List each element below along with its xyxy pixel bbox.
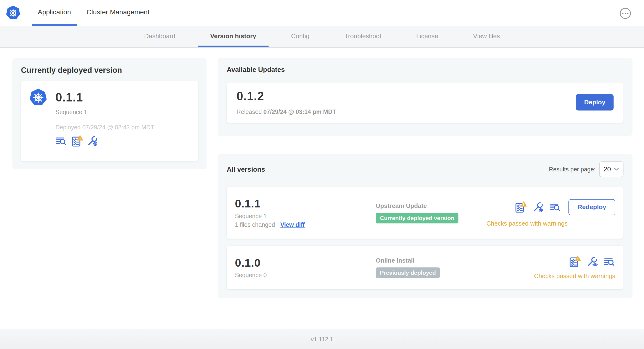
deployed-sequence: Sequence 1 bbox=[56, 109, 190, 116]
results-per-page-label: Results per page: bbox=[549, 166, 596, 172]
row-sequence: Sequence 1 bbox=[235, 213, 376, 220]
version-row: 0.1.1 Sequence 1 1 files changed View di… bbox=[227, 187, 624, 239]
update-row: 0.1.2 Released 07/29/24 @ 03:14 pm MDT D… bbox=[227, 82, 624, 123]
status-badge: Currently deployed version bbox=[376, 213, 458, 224]
config-view-icon[interactable] bbox=[586, 256, 598, 267]
overflow-menu-button[interactable] bbox=[620, 8, 631, 19]
right-column: Available Updates 0.1.2 Released 07/29/2… bbox=[218, 58, 632, 298]
config-gear-icon[interactable] bbox=[87, 135, 98, 146]
app-subnav: Dashboard Version history Config Trouble… bbox=[0, 26, 644, 48]
all-versions-title: All versions bbox=[227, 166, 265, 173]
preflight-warning-icon[interactable] bbox=[514, 201, 527, 213]
currently-deployed-title: Currently deployed version bbox=[21, 66, 198, 75]
subtab-license[interactable]: License bbox=[404, 26, 450, 47]
preflight-status-text: Checks passed with warnings bbox=[486, 220, 568, 226]
subtab-dashboard[interactable]: Dashboard bbox=[132, 26, 188, 47]
kubernetes-logo[interactable] bbox=[6, 5, 20, 20]
subtab-view-files[interactable]: View files bbox=[461, 26, 512, 47]
version-row: 0.1.0 Sequence 0 Online Install Previous… bbox=[227, 246, 624, 289]
preflight-warning-icon[interactable] bbox=[568, 256, 581, 268]
admin-console-page: Application Cluster Management Dashboard… bbox=[0, 0, 644, 349]
logs-icon[interactable] bbox=[604, 256, 615, 267]
subtab-config[interactable]: Config bbox=[279, 26, 322, 47]
deployed-timestamp: Deployed 07/29/24 @ 02:43 pm MDT bbox=[56, 124, 190, 131]
update-released-line: Released 07/29/24 @ 03:14 pm MDT bbox=[236, 108, 576, 115]
row-sequence: Sequence 0 bbox=[235, 272, 376, 278]
results-per-page: Results per page: 20 bbox=[549, 161, 624, 177]
console-version: v1.112.1 bbox=[311, 336, 333, 342]
all-versions-card: All versions Results per page: 20 0.1.1 … bbox=[218, 154, 632, 298]
deployed-version-card: 0.1.1 Sequence 1 Deployed 07/29/24 @ 02:… bbox=[21, 81, 198, 161]
version-source: Online Install bbox=[376, 256, 534, 264]
app-kubernetes-icon bbox=[29, 88, 47, 106]
status-badge: Previously deployed bbox=[376, 267, 440, 278]
available-updates-title: Available Updates bbox=[227, 66, 624, 74]
row-version-number: 0.1.1 bbox=[235, 198, 376, 210]
available-updates-card: Available Updates 0.1.2 Released 07/29/2… bbox=[218, 58, 632, 136]
row-version-number: 0.1.0 bbox=[235, 256, 376, 269]
results-per-page-select[interactable]: 20 bbox=[599, 161, 624, 177]
subtab-version-history[interactable]: Version history bbox=[198, 26, 268, 47]
subtab-troubleshoot[interactable]: Troubleshoot bbox=[332, 26, 394, 47]
top-nav: Application Cluster Management bbox=[32, 0, 155, 26]
ellipsis-icon bbox=[622, 13, 624, 14]
main-content: Currently deployed version 0.1.1 Sequenc… bbox=[0, 48, 644, 320]
tab-cluster-management[interactable]: Cluster Management bbox=[81, 0, 156, 26]
top-header: Application Cluster Management bbox=[0, 0, 644, 26]
currently-deployed-card: Currently deployed version 0.1.1 Sequenc… bbox=[12, 58, 207, 169]
view-diff-link[interactable]: View diff bbox=[280, 221, 304, 228]
logs-icon[interactable] bbox=[550, 201, 561, 213]
redeploy-button[interactable]: Redeploy bbox=[568, 199, 615, 215]
tab-application[interactable]: Application bbox=[32, 0, 76, 26]
version-source: Upstream Update bbox=[376, 202, 486, 209]
files-changed: 1 files changed bbox=[235, 221, 275, 228]
deploy-button[interactable]: Deploy bbox=[576, 94, 614, 110]
page-footer: v1.112.1 bbox=[0, 329, 644, 349]
deployed-version-number: 0.1.1 bbox=[56, 90, 83, 104]
tab-application-label: Application bbox=[38, 8, 71, 16]
tab-cluster-management-label: Cluster Management bbox=[87, 8, 150, 16]
update-version-number: 0.1.2 bbox=[236, 90, 576, 103]
config-gear-icon[interactable] bbox=[532, 201, 544, 213]
preflight-warning-icon[interactable] bbox=[71, 135, 83, 147]
chevron-down-icon bbox=[614, 168, 619, 171]
logs-icon[interactable] bbox=[56, 135, 67, 146]
preflight-status-text: Checks passed with warnings bbox=[534, 272, 615, 279]
deployed-actions bbox=[56, 135, 190, 147]
update-released-timestamp: 07/29/24 @ 03:14 pm MDT bbox=[263, 108, 336, 115]
